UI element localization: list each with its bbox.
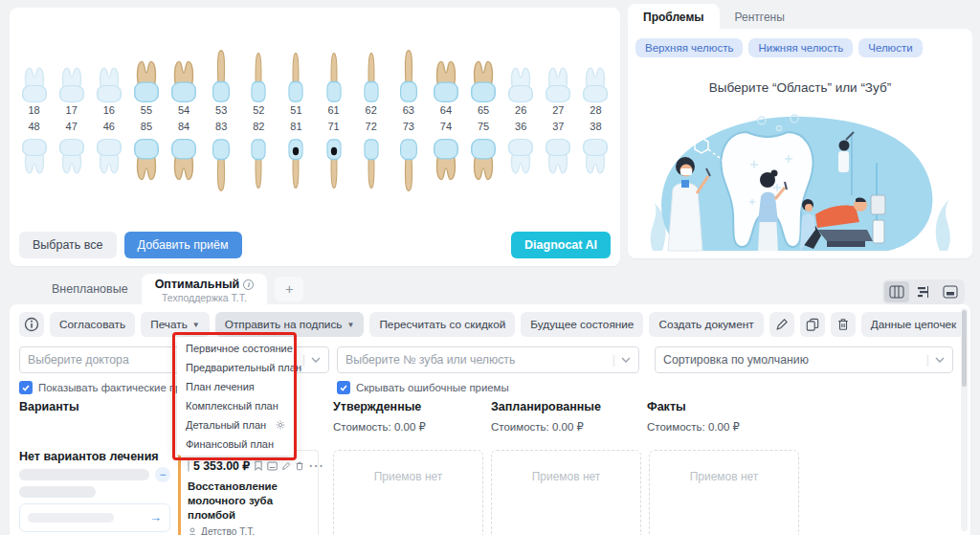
gantt-view-button[interactable] — [911, 281, 936, 302]
tooth-61[interactable] — [315, 48, 352, 103]
tooth-number-26[interactable]: 26 — [502, 104, 540, 116]
tooth-number-83[interactable]: 83 — [203, 121, 240, 132]
tooth-84[interactable] — [166, 138, 203, 188]
sort-select[interactable]: Сортировка по умолчанию| — [655, 346, 953, 373]
menu-item[interactable]: Первичное состояние — [177, 339, 294, 358]
chain-data-button[interactable]: Данные цепочек — [861, 312, 967, 337]
edit-button[interactable] — [769, 312, 794, 337]
tooth-number-63[interactable]: 63 — [390, 104, 427, 116]
tooth-26[interactable] — [502, 61, 540, 103]
tooth-number-37[interactable]: 37 — [540, 121, 577, 132]
menu-item[interactable]: Комплексный план — [177, 396, 294, 415]
send-to-sign-button[interactable]: Отправить на подпись▼ — [215, 312, 365, 337]
tooth-55[interactable] — [127, 54, 165, 103]
tooth-number-61[interactable]: 61 — [315, 104, 352, 116]
future-state-button[interactable]: Будущее состояние — [521, 312, 643, 337]
gear-icon[interactable] — [276, 420, 285, 430]
tooth-number-52[interactable]: 52 — [240, 104, 278, 116]
tooth-62[interactable] — [352, 48, 390, 103]
plan-info-button[interactable] — [19, 312, 44, 337]
jaw-chip[interactable]: Нижняя челюсть — [748, 38, 853, 57]
card-checkbox[interactable] — [188, 460, 189, 472]
menu-item[interactable]: План лечения — [177, 377, 294, 396]
tooth-number-51[interactable]: 51 — [278, 104, 315, 116]
add-plan-button[interactable]: + — [275, 277, 303, 301]
vertical-scrollbar[interactable] — [961, 308, 968, 531]
tooth-81[interactable] — [278, 138, 315, 193]
tooth-number-17[interactable]: 17 — [53, 104, 90, 116]
tooth-65[interactable] — [465, 54, 502, 103]
card-view-button[interactable] — [938, 281, 963, 302]
create-document-button[interactable]: Создать документ — [649, 312, 763, 337]
tooth-72[interactable] — [352, 138, 390, 193]
tooth-46[interactable] — [90, 138, 127, 180]
tooth-number-71[interactable]: 71 — [315, 121, 352, 132]
tooth-16[interactable] — [90, 61, 127, 103]
delete-button[interactable] — [831, 312, 856, 337]
tooth-number-53[interactable]: 53 — [203, 104, 240, 116]
menu-item[interactable]: Детальный план — [177, 415, 294, 435]
tooth-48[interactable] — [15, 138, 53, 180]
bookmark-icon[interactable] — [254, 460, 263, 471]
tooth-64[interactable] — [427, 54, 464, 103]
variant-placeholder-box[interactable]: → — [19, 503, 170, 532]
treatment-card[interactable]: 5 353.00 ₽ ⋯ Восстановление молочного зу… — [178, 450, 319, 535]
tooth-number-74[interactable]: 74 — [427, 121, 464, 132]
tooth-select[interactable]: Выберите № зуба или челюсть| — [337, 346, 639, 373]
tooth-number-64[interactable]: 64 — [427, 104, 464, 116]
tooth-63[interactable] — [390, 48, 427, 103]
print-button[interactable]: Печать▼ — [141, 312, 210, 337]
recalculate-discount-button[interactable]: Пересчитать со скидкой — [369, 312, 515, 337]
panel-icon[interactable] — [267, 461, 278, 471]
tooth-number-47[interactable]: 47 — [53, 121, 90, 132]
tooth-number-85[interactable]: 85 — [127, 121, 165, 132]
hide-errors-checkbox[interactable]: Скрывать ошибочные приемы — [337, 381, 509, 394]
collapse-minus-icon[interactable]: − — [155, 467, 170, 482]
tooth-37[interactable] — [540, 138, 577, 180]
tooth-28[interactable] — [577, 61, 614, 103]
tooth-number-84[interactable]: 84 — [166, 121, 203, 132]
tooth-number-36[interactable]: 36 — [502, 121, 540, 132]
scrollbar-thumb[interactable] — [962, 310, 967, 387]
tooth-85[interactable] — [127, 138, 165, 188]
tooth-number-28[interactable]: 28 — [577, 104, 614, 116]
tooth-47[interactable] — [53, 138, 90, 180]
tooth-27[interactable] — [540, 61, 577, 103]
tooth-52[interactable] — [240, 48, 278, 103]
tooth-number-65[interactable]: 65 — [465, 104, 502, 116]
tooth-83[interactable] — [203, 138, 240, 193]
tooth-number-81[interactable]: 81 — [278, 121, 315, 132]
tooth-53[interactable] — [203, 48, 240, 103]
trash-icon[interactable] — [295, 461, 304, 471]
tooth-number-55[interactable]: 55 — [127, 104, 165, 116]
tooth-number-82[interactable]: 82 — [240, 121, 278, 132]
tooth-73[interactable] — [390, 138, 427, 193]
tooth-number-27[interactable]: 27 — [540, 104, 577, 116]
tooth-51[interactable] — [278, 48, 315, 103]
columns-view-button[interactable] — [884, 281, 909, 302]
tooth-17[interactable] — [53, 61, 90, 103]
jaw-chip[interactable]: Челюсти — [858, 38, 922, 57]
add-visit-button[interactable]: Добавить приём — [124, 232, 242, 258]
tooth-number-72[interactable]: 72 — [352, 121, 390, 132]
tooth-number-48[interactable]: 48 — [15, 121, 53, 132]
menu-item[interactable]: Предварительный план — [177, 358, 294, 377]
tooth-number-75[interactable]: 75 — [465, 121, 502, 132]
jaw-chip[interactable]: Верхняя челюсть — [635, 38, 743, 57]
tab-optimal[interactable]: Оптимальныйi Техподдержка Т.Т. — [142, 274, 268, 304]
tooth-number-38[interactable]: 38 — [577, 121, 614, 132]
tooth-number-54[interactable]: 54 — [166, 104, 203, 116]
tooth-71[interactable] — [315, 138, 352, 193]
tooth-36[interactable] — [502, 138, 540, 180]
tab-xrays[interactable]: Рентгены — [720, 4, 800, 31]
tab-problems[interactable]: Проблемы — [628, 4, 720, 31]
tooth-number-16[interactable]: 16 — [90, 104, 127, 116]
tooth-number-18[interactable]: 18 — [15, 104, 53, 116]
select-all-button[interactable]: Выбрать все — [19, 232, 117, 258]
tooth-number-62[interactable]: 62 — [352, 104, 390, 116]
tooth-74[interactable] — [427, 138, 464, 188]
more-actions-icon[interactable]: ⋯ — [308, 457, 323, 475]
tooth-18[interactable] — [15, 61, 53, 103]
tooth-38[interactable] — [577, 138, 614, 180]
tooth-number-46[interactable]: 46 — [90, 121, 127, 132]
